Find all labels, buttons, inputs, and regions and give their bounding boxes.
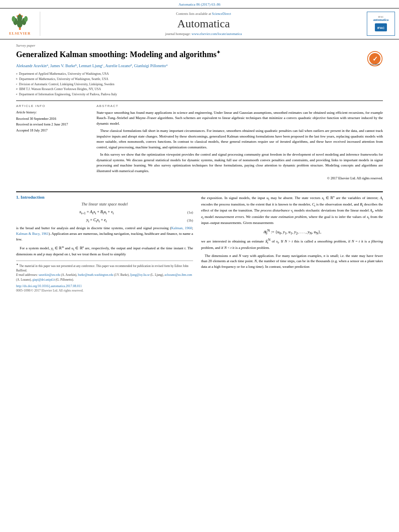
- footnote-divider: [16, 261, 193, 261]
- contents-line: Contents lists available at ScienceDirec…: [176, 12, 231, 16]
- crossmark-icon: ✓ CrossMark: [367, 51, 383, 67]
- section-1-title: 1. Introduction: [16, 195, 193, 199]
- email-lozano[interactable]: aclozano@us.ibm.com: [165, 273, 192, 277]
- doi-link[interactable]: http://dx.doi.org/10.1016/j.automatica.2…: [16, 284, 193, 288]
- subsection-title-linear: The linear state space model: [16, 202, 193, 206]
- journal-reference[interactable]: Automatica 86 (2017) 63–86: [0, 0, 399, 8]
- abstract-para-3: In this survey we show that the optimiza…: [97, 152, 383, 174]
- svg-text:✓: ✓: [372, 55, 378, 62]
- svg-point-8: [19, 13, 21, 15]
- authors-line: Aleksandr Aravkinᵃ, James V. Burkeᵇ, Len…: [16, 63, 360, 69]
- svg-text:CrossMark: CrossMark: [370, 63, 380, 66]
- ifac-logo-icon: IFAC: [375, 23, 387, 31]
- abstract-para-1: State-space smoothing has found many app…: [97, 110, 383, 127]
- paper-body: Survey paper Generalized Kalman smoothin…: [0, 39, 399, 189]
- elsevier-logo: ELSEVIER: [9, 12, 31, 35]
- affiliation-e: e Department of Information Engineering,…: [16, 92, 383, 97]
- svg-point-6: [24, 16, 28, 22]
- automatica-mini-logo: IFAC automatica IFAC: [372, 14, 390, 34]
- footnote-emails: E-mail addresses: saravkin@uw.edu (A. Ar…: [16, 273, 193, 282]
- accepted-date: Accepted 18 July 2017: [16, 127, 88, 133]
- article-info-section: ARTICLE INFO Article history: Received 3…: [16, 104, 88, 181]
- email-aravkin[interactable]: saravkin@uw.edu: [39, 273, 60, 277]
- affiliation-b: b Department of Mathematics, University …: [16, 77, 383, 82]
- elsevier-text: ELSEVIER: [9, 31, 31, 35]
- article-info-title: ARTICLE INFO: [16, 104, 88, 108]
- homepage-line: journal homepage: www.elsevier.com/locat…: [165, 32, 242, 36]
- received-date: Received 30 September 2016: [16, 116, 88, 121]
- equation-1a: xt+1 = Atxt + Btut + vt (1a): [16, 210, 193, 215]
- copyright-line: © 2017 Elsevier Ltd. All rights reserved…: [97, 176, 383, 181]
- svg-text:IFAC: IFAC: [377, 26, 385, 30]
- left-column: 1. Introduction The linear state space m…: [16, 195, 193, 292]
- journal-name: Automatica: [177, 17, 230, 30]
- main-divider: [16, 191, 383, 192]
- main-content: 1. Introduction The linear state space m…: [0, 195, 399, 292]
- issn-line: 0005-1098/© 2017 Elsevier Ltd. All right…: [16, 289, 193, 292]
- email-ljung[interactable]: ljung@isy.liu.se: [130, 273, 150, 277]
- intro-para-1: is the bread and butter for analysis and…: [16, 226, 193, 242]
- journal-header: ELSEVIER Contents lists available at Sci…: [0, 8, 399, 39]
- svg-point-4: [17, 14, 23, 21]
- affiliation-d: d IBM T.J. Watson Research Center Yorkto…: [16, 87, 383, 92]
- affiliation-c: c Division of Automatic Control, Linköpi…: [16, 82, 383, 87]
- svg-point-7: [16, 15, 18, 17]
- sciencedirect-link[interactable]: ScienceDirect: [212, 12, 231, 16]
- right-para-3: The dimensions n and N vary with applica…: [201, 253, 383, 270]
- eq1b-number: (1b): [177, 218, 193, 222]
- measurement-set-eq: 𝒴0N := {u0, y1, u1, y2, . . . , yN, uN},: [201, 228, 383, 235]
- automatica-logo-box: IFAC automatica IFAC: [367, 12, 395, 36]
- equation-1b: yt = Ctxt + et (1b): [16, 218, 193, 223]
- journal-center: Contents lists available at ScienceDirec…: [44, 12, 363, 36]
- abstract-title: ABSTRACT: [97, 104, 383, 108]
- right-para-2: we are interested in obtaining an estima…: [201, 238, 383, 251]
- abstract-text: State-space smoothing has found many app…: [97, 110, 383, 181]
- paper-title: Generalized Kalman smoothing: Modeling a…: [16, 49, 360, 60]
- svg-point-9: [22, 15, 23, 17]
- divider-after-affiliations: [16, 101, 383, 101]
- crossmark-logo: ✓ CrossMark: [367, 51, 383, 68]
- affiliation-a: a Department of Applied Mathematics, Uni…: [16, 72, 383, 77]
- homepage-url[interactable]: www.elsevier.com/locate/automatica: [191, 32, 242, 36]
- affiliations: a Department of Applied Mathematics, Uni…: [16, 72, 383, 97]
- footnote-star-note: ✦ The material in this paper was not pre…: [16, 263, 193, 273]
- ref-kalman1961[interactable]: Kalman & Bucy, 1961: [16, 232, 49, 236]
- email-burke[interactable]: burke@math.washington.edu: [78, 273, 113, 277]
- article-dates: Received 30 September 2016 Received in r…: [16, 116, 88, 133]
- ref-kalman1960[interactable]: Kalman, 1960: [171, 226, 192, 230]
- email-pillonetto[interactable]: giapi@dei.unipd.it: [32, 278, 55, 281]
- survey-label: Survey paper: [16, 43, 383, 47]
- elsevier-logo-area: ELSEVIER: [4, 12, 40, 36]
- eq1b-content: yt = Ctxt + et: [16, 218, 177, 223]
- eq1a-number: (1a): [177, 210, 193, 214]
- article-history-label: Article history:: [16, 110, 88, 114]
- right-para-1: the exposition. In signal models, the in…: [201, 195, 383, 226]
- abstract-para-2: These classical formulations fall short …: [97, 128, 383, 150]
- title-star: ✦: [216, 49, 220, 55]
- revised-date: Received in revised form 2 June 2017: [16, 121, 88, 127]
- abstract-section: ABSTRACT State-space smoothing has found…: [97, 104, 383, 181]
- right-column: the exposition. In signal models, the in…: [201, 195, 383, 292]
- article-info-abstract: ARTICLE INFO Article history: Received 3…: [16, 104, 383, 181]
- elsevier-tree-icon: [9, 12, 31, 31]
- intro-para-2: For a system model, yt ∈ ℝm and ut ∈ ℝp …: [16, 245, 193, 257]
- svg-point-5: [12, 16, 15, 22]
- eq1a-content: xt+1 = Atxt + Btut + vt: [16, 210, 177, 215]
